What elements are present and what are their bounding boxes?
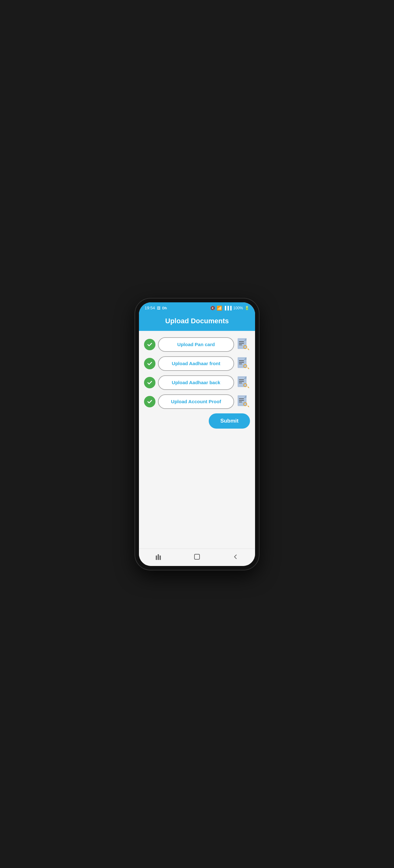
battery-icon: 🔋 (245, 306, 249, 310)
upload-button-aadhaar-back[interactable]: Upload Aadhaar back (158, 375, 234, 390)
phone-screen: 19:54 🖼 Dh 🔇 📶 ▐▐▐ 100% 🔋 Upload Documen… (139, 302, 255, 566)
doc-preview-aadhaar-front[interactable] (237, 357, 250, 370)
dh-icon: Dh (162, 306, 167, 310)
home-button[interactable] (191, 552, 203, 561)
upload-row-pan: Upload Pan card (144, 337, 250, 352)
wifi-icon: 📶 (217, 306, 222, 311)
svg-rect-0 (156, 556, 157, 560)
check-circle-account-proof (144, 396, 155, 407)
doc-preview-pan[interactable] (237, 338, 250, 351)
svg-rect-2 (159, 556, 161, 560)
mute-icon: 🔇 (210, 306, 215, 310)
svg-rect-1 (158, 554, 159, 560)
upload-row-account-proof: Upload Account Proof (144, 394, 250, 409)
check-circle-aadhaar-front (144, 358, 155, 369)
check-circle-aadhaar-back (144, 377, 155, 388)
doc-preview-account-proof[interactable] (237, 395, 250, 408)
status-left: 19:54 🖼 Dh (145, 306, 167, 310)
submit-row: Submit (144, 413, 250, 429)
upload-button-pan[interactable]: Upload Pan card (158, 337, 234, 352)
back-button[interactable] (230, 552, 242, 561)
upload-row-aadhaar-back: Upload Aadhaar back (144, 375, 250, 390)
upload-row-aadhaar-front: Upload Aadhaar front (144, 356, 250, 371)
gallery-icon: 🖼 (157, 306, 160, 310)
status-bar: 19:54 🖼 Dh 🔇 📶 ▐▐▐ 100% 🔋 (139, 302, 255, 312)
submit-button[interactable]: Submit (209, 413, 250, 429)
check-circle-pan (144, 339, 155, 350)
signal-icon: ▐▐▐ (224, 306, 232, 310)
phone-frame: 19:54 🖼 Dh 🔇 📶 ▐▐▐ 100% 🔋 Upload Documen… (135, 299, 259, 570)
upload-list: Upload Pan card Upload Aadhaar front (144, 337, 250, 409)
app-header: Upload Documents (139, 312, 255, 331)
main-content: Upload Pan card Upload Aadhaar front (139, 331, 255, 549)
status-right: 🔇 📶 ▐▐▐ 100% 🔋 (210, 306, 249, 311)
bottom-navigation (139, 549, 255, 566)
upload-button-account-proof[interactable]: Upload Account Proof (158, 394, 234, 409)
recent-apps-button[interactable] (152, 552, 164, 561)
svg-rect-3 (194, 554, 200, 559)
time-display: 19:54 (145, 306, 155, 310)
page-title: Upload Documents (144, 317, 250, 325)
upload-button-aadhaar-front[interactable]: Upload Aadhaar front (158, 356, 234, 371)
battery-percentage: 100% (233, 306, 243, 310)
doc-preview-aadhaar-back[interactable] (237, 376, 250, 389)
